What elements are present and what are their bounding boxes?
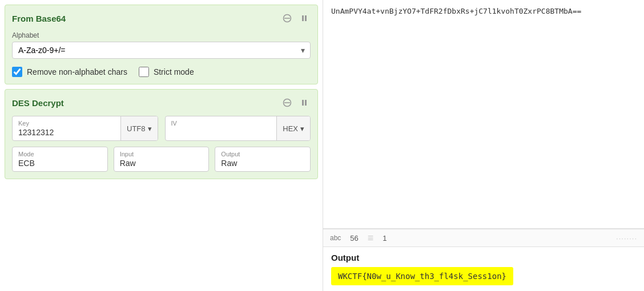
alphabet-label: Alphabet <box>12 31 311 39</box>
mode-cell[interactable]: Mode ECB <box>12 147 108 172</box>
stats-bar: abc 56 ≡ 1 ········ <box>323 229 644 247</box>
abc-icon: abc <box>330 234 341 242</box>
from-base64-actions <box>281 12 311 25</box>
svg-rect-3 <box>305 15 307 21</box>
input-label: Input <box>120 151 203 157</box>
iv-encoding-value: HEX <box>283 124 298 133</box>
key-encoding-value: UTF8 <box>127 124 146 133</box>
des-decrypt-header: DES Decrypt <box>12 96 311 109</box>
output-cell[interactable]: Output Raw <box>215 147 311 172</box>
key-iv-row: Key 12312312 UTF8 ▾ IV HEX ▾ <box>12 116 311 141</box>
mode-row: Mode ECB Input Raw Output Raw <box>12 147 311 172</box>
key-field: Key 12312312 UTF8 ▾ <box>12 116 158 141</box>
from-base64-block: From Base64 Alphabet <box>5 5 318 84</box>
key-value[interactable]: 12312312 <box>18 128 115 137</box>
alphabet-select-wrapper: A-Za-z0-9+/= A-Za-z0-9-_ A-Za-z0-9-_. ▾ <box>12 42 311 59</box>
mode-label: Mode <box>18 151 102 157</box>
output-value: Raw <box>221 159 304 168</box>
right-input-text[interactable]: UnAmPVY4at+vnBjzYO7+TdFR2fDbxRs+jC7l1kvo… <box>323 0 644 229</box>
from-base64-title: From Base64 <box>12 14 66 23</box>
iv-field: IV HEX ▾ <box>165 116 311 141</box>
svg-rect-2 <box>302 15 304 21</box>
input-cell[interactable]: Input Raw <box>114 147 210 172</box>
stats-separator: ≡ <box>368 232 374 244</box>
key-encoding-dropdown[interactable]: UTF8 ▾ <box>120 116 158 140</box>
key-label: Key <box>18 120 115 127</box>
strict-mode-checkbox[interactable] <box>139 67 149 77</box>
from-base64-disable-icon[interactable] <box>281 12 293 25</box>
alphabet-select[interactable]: A-Za-z0-9+/= A-Za-z0-9-_ A-Za-z0-9-_. <box>12 42 311 59</box>
output-title: Output <box>331 253 636 262</box>
des-decrypt-disable-icon[interactable] <box>281 96 293 109</box>
char-count: 56 <box>350 234 358 242</box>
svg-rect-6 <box>302 100 304 106</box>
iv-field-inner: IV <box>166 116 277 140</box>
output-label: Output <box>221 151 304 157</box>
mode-value: ECB <box>18 159 102 168</box>
remove-nonalpha-checkbox-item[interactable]: Remove non-alphabet chars <box>12 67 127 77</box>
key-field-inner: Key 12312312 <box>13 116 120 140</box>
des-decrypt-title: DES Decrypt <box>12 98 64 108</box>
des-decrypt-pause-icon[interactable] <box>298 96 311 109</box>
remove-nonalpha-checkbox[interactable] <box>12 67 22 77</box>
left-panel: From Base64 Alphabet <box>0 0 323 291</box>
from-base64-pause-icon[interactable] <box>298 12 311 25</box>
output-value: WKCTF{N0w_u_Know_th3_fl4sk_Sess1on} <box>331 267 513 285</box>
iv-encoding-arrow: ▾ <box>300 124 304 133</box>
line-count: 1 <box>383 234 387 242</box>
from-base64-header: From Base64 <box>12 12 311 25</box>
output-section: Output WKCTF{N0w_u_Know_th3_fl4sk_Sess1o… <box>323 247 644 291</box>
strict-mode-label: Strict mode <box>154 67 194 76</box>
checkbox-row: Remove non-alphabet chars Strict mode <box>12 67 311 77</box>
right-panel: UnAmPVY4at+vnBjzYO7+TdFR2fDbxRs+jC7l1kvo… <box>323 0 644 291</box>
key-encoding-arrow: ▾ <box>148 124 152 133</box>
drag-handle: ········ <box>616 234 637 242</box>
strict-mode-checkbox-item[interactable]: Strict mode <box>139 67 194 77</box>
iv-label: IV <box>171 120 271 127</box>
des-decrypt-block: DES Decrypt <box>5 89 318 179</box>
remove-nonalpha-label: Remove non-alphabet chars <box>27 67 127 76</box>
iv-encoding-dropdown[interactable]: HEX ▾ <box>276 116 310 140</box>
alphabet-field-group: Alphabet A-Za-z0-9+/= A-Za-z0-9-_ A-Za-z… <box>12 31 311 59</box>
des-decrypt-actions <box>281 96 311 109</box>
svg-rect-7 <box>305 100 307 106</box>
input-value: Raw <box>120 159 203 168</box>
